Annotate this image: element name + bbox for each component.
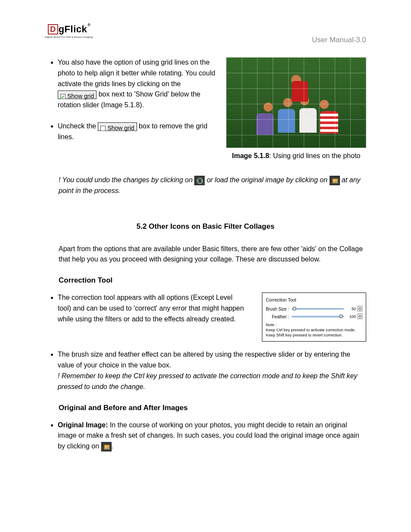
logo-g: g — [59, 24, 65, 35]
correction-tool-heading: Correction Tool — [59, 276, 366, 285]
load-original-button[interactable] — [330, 176, 340, 185]
logo-d: D — [48, 24, 58, 34]
brush-size-row: Brush Size : 50 ▲▼ — [266, 306, 362, 312]
feather-slider[interactable] — [292, 316, 344, 317]
bullet-correction-desc: The correction tool appears with all opt… — [58, 292, 246, 324]
logo-registered: ® — [87, 23, 90, 27]
correction-panel-note: Note : Keep Ctrl key pressed to activate… — [266, 322, 362, 338]
text-segment: . — [112, 442, 113, 450]
brush-size-value[interactable]: 50 — [346, 307, 356, 311]
section-5-2-intro: Apart from the options that are availabl… — [59, 244, 366, 265]
bullet-grid-uncheck: Uncheck the Show grid box to remove the … — [58, 121, 218, 143]
text-segment: The brush size and feather effect can be… — [58, 351, 350, 369]
text-segment: Uncheck the — [58, 122, 98, 130]
correction-tool-panel: Correction Tool Brush Size : 50 ▲▼ Feath… — [262, 292, 366, 342]
manual-version-label: User Manual-3.0 — [312, 36, 366, 44]
grid-overlay — [226, 57, 366, 148]
brush-size-stepper[interactable]: ▲▼ — [358, 306, 362, 312]
logo-tagline: Digital World For Still & Motion Imaging — [45, 35, 93, 38]
checkbox-off-icon — [100, 126, 106, 131]
load-original-button[interactable] — [101, 442, 112, 451]
text-segment: ! You could undo the changes by clicking… — [59, 176, 194, 184]
correction-panel-title: Correction Tool — [266, 297, 362, 302]
image-5-1-8 — [226, 57, 366, 148]
undo-button[interactable] — [194, 176, 205, 185]
feather-label: Feather : — [266, 314, 290, 319]
logo: D g Flick ® Digital World For Still & Mo… — [45, 24, 93, 38]
feather-stepper[interactable]: ▲▼ — [358, 314, 362, 320]
show-grid-label: Show grid — [67, 93, 94, 100]
image-5-1-8-caption: Image 5.1.8: Using grid lines on the pho… — [232, 152, 361, 160]
section-5-2-heading: 5.2 Other Icons on Basic Filter Collages — [45, 222, 366, 231]
svg-point-3 — [105, 446, 106, 448]
bullet-brush-slider: The brush size and feather effect can be… — [58, 349, 366, 392]
original-before-after-heading: Original and Before and After Images — [59, 404, 366, 412]
bullet-original-image: Original Image: In the course of working… — [58, 420, 366, 452]
svg-point-1 — [333, 180, 335, 181]
show-grid-checkbox-on[interactable]: Show grid — [58, 90, 97, 99]
feather-value[interactable]: 100 — [346, 314, 356, 319]
brush-size-label: Brush Size : — [266, 307, 290, 311]
undo-load-note: ! You could undo the changes by clicking… — [59, 175, 366, 196]
checkbox-on-icon — [60, 94, 65, 99]
bullet-grid-activate: You also have the option of using grid l… — [58, 57, 218, 111]
show-grid-checkbox-off[interactable]: Show grid — [98, 122, 137, 131]
text-note: ! Remember to keep the Ctrl key pressed … — [58, 372, 357, 390]
brush-size-slider[interactable] — [292, 308, 344, 310]
bold-label: Original Image: — [58, 421, 108, 429]
logo-flick: Flick — [65, 24, 87, 35]
page-header: D g Flick ® Digital World For Still & Mo… — [45, 24, 366, 44]
text-segment: or load the original image by clicking o… — [205, 176, 329, 184]
show-grid-label: Show grid — [107, 124, 134, 131]
text-segment: You also have the option of using grid l… — [58, 59, 215, 87]
feather-row: Feather : 100 ▲▼ — [266, 314, 362, 320]
